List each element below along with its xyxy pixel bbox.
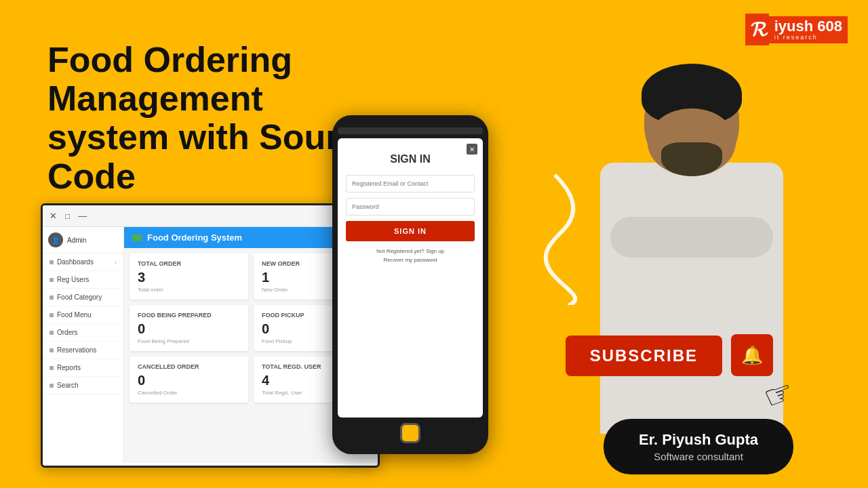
mobile-home-button[interactable] [400, 423, 420, 443]
sidebar-item-reg-users[interactable]: Reg Users [43, 271, 123, 289]
sidebar-item-reports[interactable]: Reports [43, 359, 123, 377]
stat-card-food-being-prepared: FOOD BEING PREPARED 0 Food Being Prepare… [130, 305, 248, 351]
stat-card-cancelled-order: CANCELLED ORDER 0 Cancelled Order [130, 357, 248, 403]
mobile-mockup: ✕ SIGN IN SIGN IN Not Registered yet? Si… [332, 115, 488, 454]
stat-sublabel: Cancelled Order [138, 390, 240, 396]
sidebar-label: Reports [57, 364, 81, 371]
stat-label: TOTAL ORDER [138, 260, 240, 267]
sidebar-item-food-menu[interactable]: Food Menu [43, 306, 123, 324]
sidebar-label: Search [57, 382, 79, 389]
signin-title: SIGN IN [390, 153, 431, 165]
close-icon[interactable]: ✕ [50, 211, 57, 221]
sidebar-icon [50, 366, 54, 370]
register-link[interactable]: Not Registered yet? Sign up [376, 248, 444, 254]
sidebar-label: Dashboards [57, 258, 94, 266]
sidebar-item-search[interactable]: Search [43, 377, 123, 394]
logo-text: iyush 608 it research [769, 16, 848, 43]
desktop-content: 👤 Admin Dashboards › Reg Users Food Cate… [43, 227, 378, 463]
email-field[interactable] [346, 175, 475, 192]
mobile-topbar-bar [338, 127, 483, 134]
sidebar-icon [50, 260, 54, 264]
sidebar-label: Food Menu [57, 311, 92, 319]
scribble-decoration [515, 169, 597, 308]
chevron-right-icon: › [115, 259, 117, 266]
close-icon[interactable]: ✕ [467, 144, 477, 155]
stat-value: 0 [138, 373, 240, 388]
recover-link[interactable]: Recover my password [383, 257, 437, 263]
sidebar-admin-label: Admin [67, 237, 86, 244]
sidebar-icon [50, 313, 54, 317]
sidebar-icon [50, 348, 54, 352]
sidebar-icon [50, 296, 54, 300]
desktop-mockup: ✕ □ — 👤 Admin Dashboards › Reg Users Foo… [41, 203, 380, 468]
signin-button[interactable]: SIGN IN [346, 221, 475, 241]
topbar-label: Food Ordering System [147, 232, 242, 243]
subscribe-label: SUBSCRIBE [590, 346, 698, 365]
mobile-screen: ✕ SIGN IN SIGN IN Not Registered yet? Si… [338, 138, 483, 418]
minimize-icon[interactable]: — [78, 211, 87, 221]
sidebar: 👤 Admin Dashboards › Reg Users Food Cate… [43, 227, 124, 463]
logo-p-icon: 𝓡 [745, 14, 769, 45]
sidebar-item-food-category[interactable]: Food Category [43, 289, 123, 306]
stat-card-total-order: TOTAL ORDER 3 Total order [130, 253, 248, 300]
stat-value: 0 [138, 321, 240, 337]
avatar: 👤 [48, 232, 63, 247]
mobile-notch [383, 115, 437, 122]
stat-value: 3 [138, 270, 240, 285]
stat-label: CANCELLED ORDER [138, 363, 240, 370]
titlebar: ✕ □ — [43, 205, 378, 227]
sidebar-header: 👤 Admin [43, 227, 123, 253]
hero-title: Food Ordering Management system with Sou… [47, 41, 380, 196]
bell-button[interactable]: 🔔 [731, 334, 773, 376]
subscribe-button[interactable]: SUBSCRIBE [566, 336, 722, 376]
topbar-menu-icon [132, 235, 142, 241]
bell-icon: 🔔 [741, 345, 763, 366]
sidebar-label: Reservations [57, 346, 96, 354]
sidebar-label: Reg Users [57, 276, 89, 283]
person-role: Software consultant [631, 451, 766, 462]
sidebar-item-reservations[interactable]: Reservations [43, 342, 123, 359]
stat-sublabel: Food Being Prepared [138, 338, 240, 344]
sidebar-item-dashboards[interactable]: Dashboards › [43, 253, 123, 271]
sidebar-icon [50, 278, 54, 282]
sidebar-icon [50, 331, 54, 335]
stat-sublabel: Total order [138, 287, 240, 293]
stat-label: FOOD BEING PREPARED [138, 312, 240, 319]
logo: 𝓡 iyush 608 it research [745, 14, 848, 45]
person-name: Er. Piyush Gupta [631, 431, 766, 449]
logo-name: iyush 608 [774, 19, 842, 34]
sidebar-label: Orders [57, 329, 78, 336]
sidebar-item-orders[interactable]: Orders [43, 324, 123, 342]
sidebar-label: Food Category [57, 293, 102, 301]
logo-sub: it research [774, 34, 842, 41]
name-card: Er. Piyush Gupta Software consultant [604, 419, 793, 474]
password-field[interactable] [346, 198, 475, 216]
sidebar-icon [50, 384, 54, 388]
maximize-icon[interactable]: □ [65, 211, 70, 221]
